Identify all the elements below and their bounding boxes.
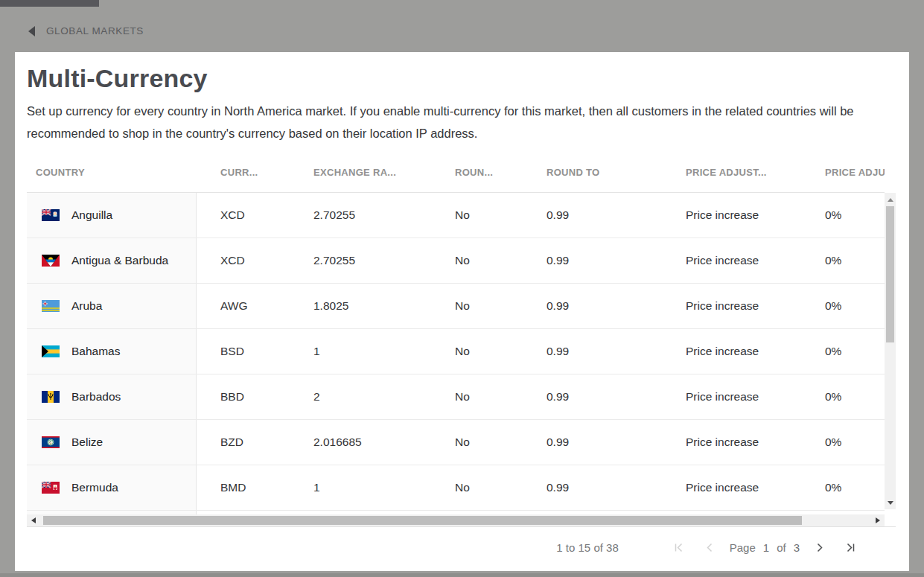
column-header-exchange-rate[interactable]: EXCHANGE RA... bbox=[290, 153, 431, 192]
cell-round[interactable]: No bbox=[431, 284, 523, 328]
cell-currency[interactable]: XCD bbox=[197, 193, 290, 238]
scroll-down-arrow-icon[interactable] bbox=[888, 501, 893, 505]
cell-currency[interactable]: XCD bbox=[197, 238, 290, 283]
cell-round[interactable]: No bbox=[431, 329, 523, 374]
total-pages-number: 3 bbox=[794, 541, 800, 554]
column-header-round-to[interactable]: ROUND TO bbox=[523, 153, 662, 192]
cell-country[interactable]: Anguilla bbox=[27, 193, 197, 238]
country-name: Barbados bbox=[71, 390, 121, 404]
cell-round-to[interactable]: 0.99 bbox=[523, 193, 662, 238]
cell-price-adjustment-pct[interactable]: 0% bbox=[801, 284, 885, 328]
cell-price-adjustment-pct[interactable]: 0% bbox=[801, 329, 885, 374]
page-top-strip bbox=[0, 0, 99, 7]
first-page-icon[interactable] bbox=[673, 542, 685, 554]
cell-price-adjustment[interactable]: Price increase bbox=[662, 238, 801, 283]
next-page-icon[interactable] bbox=[813, 542, 825, 554]
column-header-price-adjustment-pct[interactable]: PRICE ADJUS bbox=[801, 153, 885, 192]
pagination-bar: 1 to 15 of 38 Page 1 of 3 bbox=[15, 524, 909, 571]
cell-exchange-rate[interactable]: 1 bbox=[290, 465, 431, 510]
table-row[interactable]: BermudaBMD1No0.99Price increase0% bbox=[27, 465, 885, 511]
cell-round[interactable]: No bbox=[431, 193, 523, 238]
breadcrumb-label: GLOBAL MARKETS bbox=[46, 25, 144, 36]
aruba-flag-icon bbox=[42, 300, 60, 312]
page-label: Page bbox=[730, 541, 756, 554]
cell-price-adjustment-pct[interactable]: 0% bbox=[801, 238, 885, 283]
cell-round-to[interactable]: 0.99 bbox=[523, 284, 662, 328]
cell-price-adjustment[interactable]: Price increase bbox=[662, 329, 801, 374]
table-row[interactable]: BarbadosBBD2No0.99Price increase0% bbox=[27, 374, 885, 420]
cell-country[interactable]: Bermuda bbox=[27, 465, 197, 510]
cell-country[interactable]: Bahamas bbox=[27, 329, 197, 374]
column-header-currency[interactable]: CURR... bbox=[197, 153, 290, 192]
country-name: Belize bbox=[71, 436, 103, 449]
cell-round-to[interactable]: 0.99 bbox=[523, 420, 662, 465]
cell-round[interactable]: No bbox=[431, 420, 523, 465]
table-body: AnguillaXCD2.70255No0.99Price increase0%… bbox=[27, 193, 896, 511]
cell-country[interactable]: Belize bbox=[27, 420, 197, 465]
previous-page-icon[interactable] bbox=[704, 542, 716, 554]
vertical-scrollbar-thumb[interactable] bbox=[886, 206, 894, 342]
scroll-left-arrow-icon[interactable] bbox=[31, 517, 36, 523]
cell-currency[interactable]: AWG bbox=[197, 284, 290, 328]
belize-flag-icon bbox=[42, 436, 60, 448]
cell-price-adjustment-pct[interactable]: 0% bbox=[801, 465, 885, 510]
cell-price-adjustment[interactable]: Price increase bbox=[662, 374, 801, 419]
cell-exchange-rate[interactable]: 2.70255 bbox=[290, 238, 431, 283]
breadcrumb[interactable]: GLOBAL MARKETS bbox=[28, 25, 144, 36]
antigua-flag-icon bbox=[42, 255, 60, 267]
column-header-country[interactable]: COUNTRY bbox=[27, 153, 197, 192]
cell-round-to[interactable]: 0.99 bbox=[523, 238, 662, 283]
cell-round-to[interactable]: 0.99 bbox=[523, 465, 662, 510]
cell-country[interactable]: Antigua & Barbuda bbox=[27, 238, 197, 283]
cell-round[interactable]: No bbox=[431, 374, 523, 419]
cell-round[interactable]: No bbox=[431, 238, 523, 283]
country-name: Bermuda bbox=[71, 481, 118, 494]
last-page-icon[interactable] bbox=[844, 542, 856, 554]
cell-exchange-rate[interactable]: 1 bbox=[290, 329, 431, 374]
country-name: Anguilla bbox=[71, 208, 112, 222]
scroll-right-arrow-icon[interactable] bbox=[876, 517, 880, 523]
cell-exchange-rate[interactable]: 2.70255 bbox=[290, 193, 431, 238]
table-header-row: COUNTRY CURR... EXCHANGE RA... ROUN... R… bbox=[27, 153, 885, 193]
cell-price-adjustment[interactable]: Price increase bbox=[662, 193, 801, 238]
cell-currency[interactable]: BSD bbox=[197, 329, 290, 374]
table-row[interactable]: Antigua & BarbudaXCD2.70255No0.99Price i… bbox=[27, 238, 885, 284]
page-bottom-strip bbox=[0, 573, 924, 577]
cell-currency[interactable]: BZD bbox=[197, 420, 290, 465]
scroll-up-arrow-icon[interactable] bbox=[888, 198, 893, 202]
page-title: Multi-Currency bbox=[15, 52, 909, 93]
currency-table: COUNTRY CURR... EXCHANGE RA... ROUN... R… bbox=[27, 153, 896, 527]
cell-price-adjustment-pct[interactable]: 0% bbox=[801, 374, 885, 419]
country-name: Antigua & Barbuda bbox=[71, 254, 168, 267]
table-row[interactable]: ArubaAWG1.8025No0.99Price increase0% bbox=[27, 284, 885, 329]
country-name: Aruba bbox=[71, 299, 102, 313]
table-row[interactable]: BelizeBZD2.016685No0.99Price increase0% bbox=[27, 420, 885, 465]
cell-price-adjustment-pct[interactable]: 0% bbox=[801, 193, 885, 238]
current-page-number: 1 bbox=[763, 541, 769, 554]
column-header-price-adjustment[interactable]: PRICE ADJUST... bbox=[662, 153, 801, 192]
column-header-round[interactable]: ROUN... bbox=[431, 153, 523, 192]
cell-price-adjustment[interactable]: Price increase bbox=[662, 420, 801, 465]
cell-round[interactable]: No bbox=[431, 465, 523, 510]
cell-price-adjustment-pct[interactable]: 0% bbox=[801, 420, 885, 465]
barbados-flag-icon bbox=[42, 391, 60, 403]
anguilla-flag-icon bbox=[42, 209, 60, 221]
cell-price-adjustment[interactable]: Price increase bbox=[662, 284, 801, 328]
cell-exchange-rate[interactable]: 1.8025 bbox=[290, 284, 431, 328]
cell-currency[interactable]: BBD bbox=[197, 374, 290, 419]
vertical-scrollbar[interactable] bbox=[885, 193, 896, 509]
multi-currency-panel: Multi-Currency Set up currency for every… bbox=[15, 52, 909, 571]
cell-exchange-rate[interactable]: 2.016685 bbox=[290, 420, 431, 465]
cell-currency[interactable]: BMD bbox=[197, 465, 290, 510]
table-row[interactable]: AnguillaXCD2.70255No0.99Price increase0% bbox=[27, 193, 885, 238]
table-row[interactable]: BahamasBSD1No0.99Price increase0% bbox=[27, 329, 885, 374]
cell-price-adjustment[interactable]: Price increase bbox=[662, 465, 801, 510]
cell-exchange-rate[interactable]: 2 bbox=[290, 374, 431, 419]
country-name: Bahamas bbox=[71, 345, 120, 358]
cell-round-to[interactable]: 0.99 bbox=[523, 329, 662, 374]
back-arrow-icon bbox=[28, 26, 35, 36]
cell-round-to[interactable]: 0.99 bbox=[523, 374, 662, 419]
cell-country[interactable]: Aruba bbox=[27, 284, 197, 328]
bermuda-flag-icon bbox=[42, 482, 60, 494]
cell-country[interactable]: Barbados bbox=[27, 374, 197, 419]
